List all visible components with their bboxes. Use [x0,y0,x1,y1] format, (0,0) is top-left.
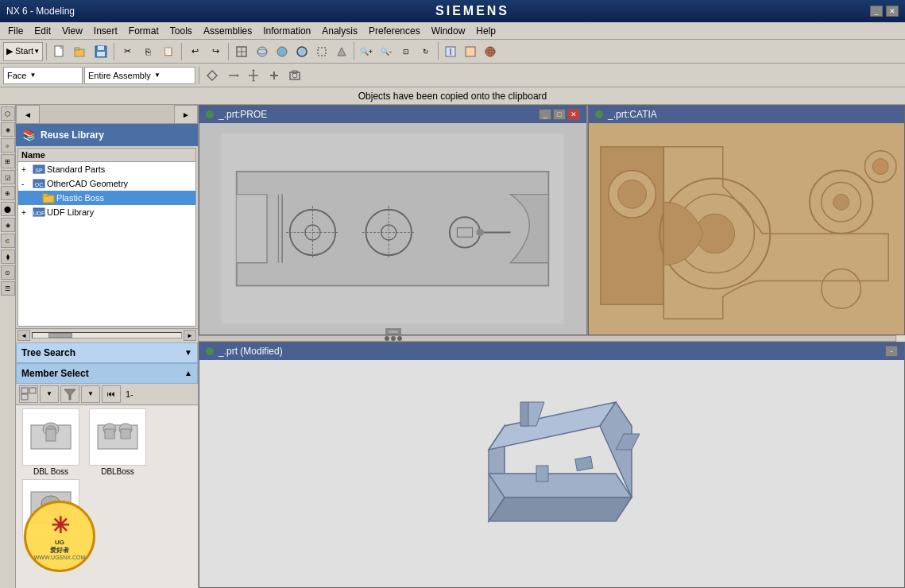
menu-information[interactable]: Information [258,24,315,38]
view-btn-3[interactable] [292,42,311,61]
catia-drawing [589,123,904,335]
zoom-out-btn[interactable]: 🔍- [377,42,396,61]
scroll-right[interactable]: ► [184,330,196,341]
proe-maximize[interactable]: □ [553,109,566,120]
left-icon-10[interactable]: ⧫ [1,250,15,264]
thumb-dblboss2[interactable]: DBLBoss [86,408,149,476]
align-btn[interactable] [223,66,242,85]
tree-name-header: Name [18,149,195,162]
filter-dropdown-btn[interactable]: ▼ [81,385,100,403]
copy-button[interactable]: ⎘ [138,42,157,61]
member-select-header[interactable]: Member Select ▲ [16,363,198,384]
close-button[interactable]: ✕ [886,6,899,17]
menu-view[interactable]: View [57,24,87,38]
menu-insert[interactable]: Insert [89,24,122,38]
left-icon-11[interactable]: ⊙ [1,265,15,280]
sidebar-forward[interactable]: ► [174,105,198,124]
proe-close[interactable]: ✕ [567,109,580,120]
undo-button[interactable]: ↩ [185,42,204,61]
view-btn-2[interactable] [273,42,292,61]
svg-point-85 [872,159,888,175]
face-dropdown[interactable]: Face ▼ [3,67,83,84]
left-icon-4[interactable]: ⊞ [1,154,15,168]
sidebar-back[interactable]: ◄ [16,105,40,124]
svg-rect-47 [46,429,56,441]
menu-assemblies[interactable]: Assemblies [199,24,257,38]
view-btn-4[interactable] [312,42,331,61]
redo-button[interactable]: ↪ [206,42,225,61]
tree-item-othercad[interactable]: - OC OtherCAD Geometry [18,176,195,191]
menu-edit[interactable]: Edit [29,24,56,38]
view-toggle-btn[interactable] [19,385,38,403]
menu-tools[interactable]: Tools [165,24,197,38]
left-icon-9[interactable]: ⊂ [1,234,15,248]
svg-rect-52 [121,429,130,439]
menu-window[interactable]: Window [427,24,470,38]
svg-marker-97 [520,402,528,426]
left-icon-8[interactable]: ◈ [1,218,15,232]
mod-btn-1[interactable] [441,42,460,61]
tree-search-arrow: ▼ [184,348,192,357]
left-icon-2[interactable]: ◈ [1,122,15,137]
menu-help[interactable]: Help [471,24,501,38]
proe-minimize[interactable]: _ [539,109,551,120]
plastic-boss-label: Plastic Boss [56,193,104,203]
tree-search-header[interactable]: Tree Search ▼ [16,342,198,363]
save-button[interactable] [91,42,110,61]
left-icon-3[interactable]: ⟐ [1,138,15,153]
left-icon-6[interactable]: ⊕ [1,186,15,200]
proe-drawing [215,133,570,323]
assembly-dropdown[interactable]: Entire Assembly ▼ [84,67,195,84]
view-btn-1[interactable] [253,42,272,61]
minimize-button[interactable]: _ [870,6,883,17]
svg-text:SP: SP [35,168,43,173]
sphere-btn[interactable] [481,42,500,61]
filter-btn[interactable] [60,385,79,403]
tree-item-standard-parts[interactable]: + SP Standard Parts [18,162,195,176]
left-icon-bar: ⬡ ◈ ⟐ ⊞ ◲ ⊕ ⬤ ◈ ⊂ ⧫ ⊙ ☰ [0,105,16,588]
svg-marker-93 [489,402,616,450]
left-icon-12[interactable]: ☰ [1,281,15,296]
horizontal-splitter[interactable] [199,335,905,342]
tree-item-udf[interactable]: + UDF UDF Library [18,205,195,219]
camera-btn[interactable] [285,66,304,85]
toolbar-1: ▶ Start ▼ ✂ ⎘ 📋 ↩ ↪ 🔍+ 🔍- ⊡ ↻ [0,40,905,64]
tree-item-plastic-boss[interactable]: Plastic Boss [18,191,195,205]
first-btn[interactable]: ⏮ [102,385,121,403]
catia-title: _.prt:CATIA [608,109,657,120]
modified-minimize[interactable]: - [885,346,898,357]
paste-button[interactable]: 📋 [159,42,178,61]
modified-icon [206,347,214,355]
view-dropdown-btn[interactable]: ▼ [40,385,59,403]
window-controls: _ ✕ [870,6,899,17]
start-button[interactable]: ▶ Start ▼ [3,42,43,61]
plus-btn[interactable] [265,66,284,85]
menu-preferences[interactable]: Preferences [364,24,425,38]
svg-rect-3 [75,48,79,50]
new-button[interactable] [50,42,69,61]
member-select-toolbar: ▼ ▼ ⏮ 1- [16,384,198,405]
open-button[interactable] [71,42,90,61]
thumb-dbl-boss[interactable]: DBL Boss [19,408,83,476]
scroll-left[interactable]: ◄ [17,330,30,341]
rotate-btn[interactable]: ↻ [416,42,435,61]
left-icon-5[interactable]: ◲ [1,170,15,184]
menu-format[interactable]: Format [124,24,164,38]
svg-rect-56 [237,172,549,286]
menu-file[interactable]: File [3,24,28,38]
move-btn[interactable] [244,66,263,85]
cut-button[interactable]: ✂ [118,42,137,61]
svg-point-89 [397,336,402,341]
mod-btn-2[interactable] [461,42,480,61]
svg-rect-40 [21,388,28,393]
snap-button[interactable] [232,42,251,61]
snap-to-grid[interactable] [203,66,222,85]
fit-btn[interactable]: ⊡ [396,42,416,61]
expand-icon: + [21,165,31,174]
left-icon-1[interactable]: ⬡ [1,106,15,121]
left-icon-7[interactable]: ⬤ [1,202,15,216]
watermark-logo: ✳ UG爱好者 WWW.UGSNX.COM [24,501,95,572]
view-btn-5[interactable] [332,42,351,61]
menu-analysis[interactable]: Analysis [317,24,362,38]
zoom-in-btn[interactable]: 🔍+ [357,42,376,61]
